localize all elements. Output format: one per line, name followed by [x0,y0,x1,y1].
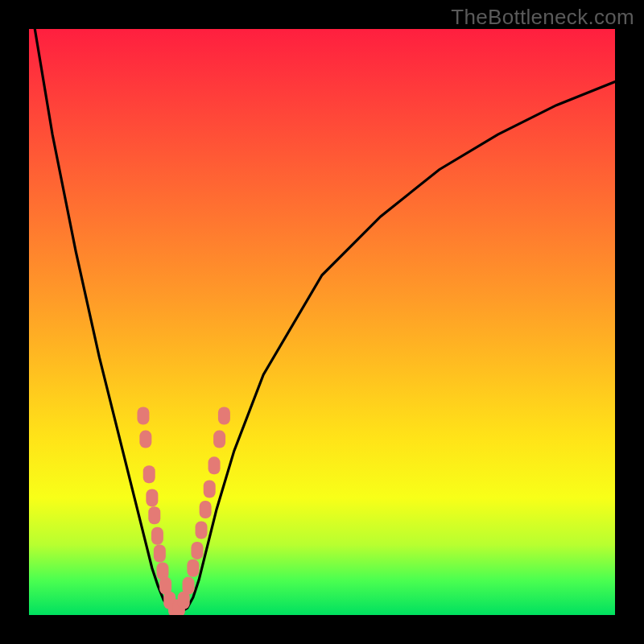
plot-area [29,29,615,615]
marker-dot [200,501,212,518]
watermark-text: TheBottleneck.com [451,5,634,30]
curve-path-group [35,29,615,612]
curve-svg [29,29,615,615]
marker-dot [213,431,225,448]
marker-dot [148,506,160,524]
marker-dot [139,431,151,448]
chart-frame: TheBottleneck.com [0,0,644,644]
marker-dot [137,407,149,424]
marker-dot [146,489,158,506]
marker-dot [218,407,230,424]
marker-dot [187,559,199,577]
marker-dot [196,521,208,539]
marker-dot [154,545,166,563]
marker-dot [204,480,216,497]
marker-dot [191,542,203,559]
marker-dot [208,456,221,474]
marker-dot [183,577,195,595]
marker-dot [143,465,155,483]
marker-dot [151,527,163,545]
bottleneck-curve [35,29,615,612]
